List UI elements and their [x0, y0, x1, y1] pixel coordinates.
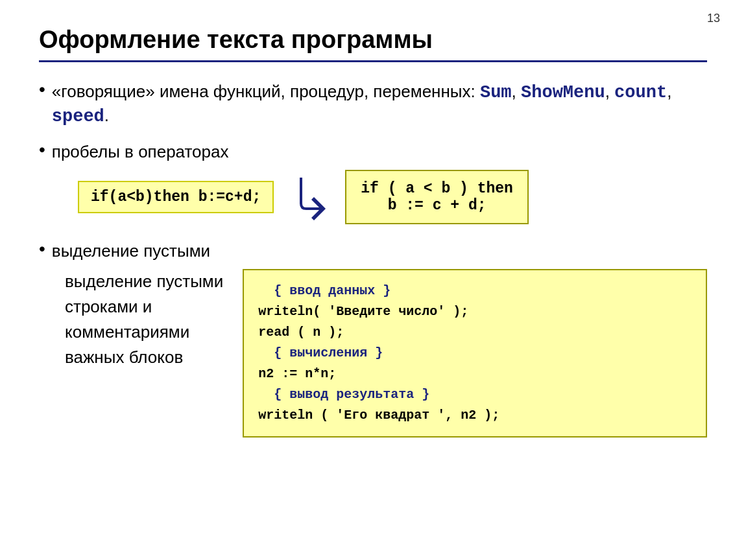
bullet-dot-2: • [39, 139, 45, 160]
bullet-section-3: • выделение пустыми выделение пустыми ст… [39, 240, 707, 438]
highlight-text-col: выделение пустыми строками и комментария… [39, 269, 223, 370]
code-line3: read ( n ); [258, 325, 344, 340]
bullet-text-prefix: «говорящие» имена функций, процедур, пер… [52, 82, 480, 101]
code-sum: Sum [480, 83, 512, 102]
hl-text-line4: важных блоков [65, 345, 223, 370]
slide-title: Оформление текста программы [39, 26, 707, 54]
title-underline [39, 60, 707, 62]
code-line2: writeln( 'Введите число' ); [258, 304, 468, 319]
bullet-item-1: • «говорящие» имена функций, процедур, п… [39, 80, 707, 129]
code-line7: writeln ( 'Его квадрат ', n2 ); [258, 408, 499, 423]
sep1: , [512, 82, 521, 101]
code-comment-2: { вычисления } [258, 345, 383, 360]
code-comment-1: { ввод данных } [258, 283, 391, 298]
bullet-dot-3: • [39, 239, 45, 259]
bullet-text-2: пробелы в операторах [52, 141, 229, 163]
code-after-line1: if ( a < b ) then [361, 180, 513, 197]
bullet-text-3-line1: выделение пустыми [52, 241, 210, 261]
code-count: count [614, 83, 667, 102]
code-line5: n2 := n*n; [258, 366, 336, 381]
arrow-icon [287, 171, 332, 223]
operators-demo: if(a<b)then b:=c+d; if ( a < b ) then b … [78, 170, 707, 224]
code-after-line2: b := c + d; [361, 197, 486, 214]
code-after-box: if ( a < b ) then b := c + d; [345, 170, 529, 224]
bullet-text-3: выделение пустыми [52, 240, 210, 262]
code-comment-3: { вывод результата } [258, 387, 429, 402]
sep2: , [605, 82, 614, 101]
slide: 13 Оформление текста программы • «говоря… [0, 0, 746, 560]
page-number: 13 [707, 12, 720, 25]
hl-text-line1: выделение пустыми [65, 269, 223, 294]
code-large-box: { ввод данных } writeln( 'Введите число'… [243, 269, 707, 438]
highlight-section: выделение пустыми строками и комментария… [39, 269, 707, 438]
code-before-box: if(a<b)then b:=c+d; [78, 181, 274, 213]
code-showmenu: ShowMenu [521, 83, 605, 102]
bullet-section-2: • пробелы в операторах if(a<b)then b:=c+… [39, 141, 707, 224]
arrow-right [287, 171, 332, 223]
bullet-section-1: • «говорящие» имена функций, процедур, п… [39, 80, 707, 129]
code-before-text: if(a<b)then b:=c+d; [91, 189, 261, 205]
bullet-text-1: «говорящие» имена функций, процедур, пер… [52, 80, 707, 129]
sep4: . [104, 106, 109, 125]
highlight-text-lines: выделение пустыми строками и комментария… [65, 269, 223, 370]
bullet-item-3: • выделение пустыми [39, 240, 707, 262]
hl-text-line2: строками и [65, 294, 223, 320]
code-speed: speed [52, 107, 104, 126]
bullet-item-2: • пробелы в операторах [39, 141, 707, 163]
highlight-code-col: { ввод данных } writeln( 'Введите число'… [243, 269, 707, 438]
hl-text-line3: комментариями [65, 320, 223, 345]
sep3: , [667, 82, 671, 101]
bullet-dot-1: • [39, 79, 45, 100]
